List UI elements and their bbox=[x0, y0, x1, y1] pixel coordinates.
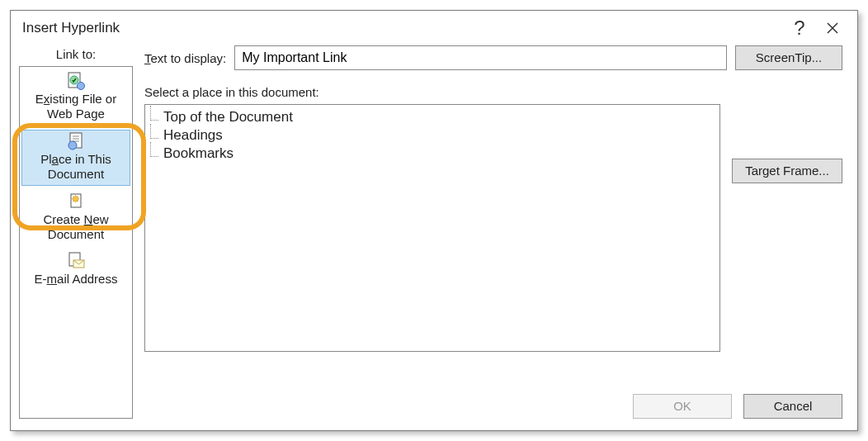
svg-point-7 bbox=[68, 141, 77, 149]
cancel-button[interactable]: Cancel bbox=[743, 394, 842, 419]
new-doc-icon bbox=[65, 192, 87, 211]
tree-item-top[interactable]: Top of the Document bbox=[150, 108, 715, 126]
screentip-button[interactable]: ScreenTip... bbox=[735, 45, 842, 70]
linkto-create-new-document[interactable]: Create New Document bbox=[20, 191, 132, 245]
email-icon bbox=[65, 252, 87, 270]
link-to-panel: Link to: Existing File or Web Page bbox=[19, 45, 133, 419]
close-icon bbox=[826, 21, 839, 35]
titlebar: Insert Hyperlink ? bbox=[11, 11, 857, 45]
tree-item-headings[interactable]: Headings bbox=[150, 126, 715, 145]
main-panel: Text to display: ScreenTip... Select a p… bbox=[144, 45, 842, 419]
tree-connector-icon bbox=[150, 106, 158, 121]
dialog-title: Insert Hyperlink bbox=[22, 20, 120, 36]
text-to-display-label: Text to display: bbox=[144, 51, 226, 65]
insert-hyperlink-dialog: Insert Hyperlink ? Link to: Existing Fil… bbox=[10, 10, 858, 431]
place-doc-icon bbox=[65, 132, 87, 150]
existing-file-icon bbox=[65, 72, 87, 90]
close-button[interactable] bbox=[816, 15, 849, 41]
link-to-label: Link to: bbox=[19, 47, 133, 61]
tree-item-bookmarks[interactable]: Bookmarks bbox=[150, 145, 715, 163]
help-button[interactable]: ? bbox=[783, 15, 816, 41]
ok-button[interactable]: OK bbox=[633, 394, 732, 419]
target-frame-button[interactable]: Target Frame... bbox=[732, 159, 842, 183]
linkto-place-in-document[interactable]: Place in This Document bbox=[21, 130, 130, 186]
linkto-existing-file[interactable]: Existing File or Web Page bbox=[20, 70, 132, 125]
place-tree[interactable]: Top of the Document Headings Bookmarks bbox=[144, 104, 720, 352]
linkto-email-address[interactable]: E-mail Address bbox=[20, 250, 132, 290]
svg-point-2 bbox=[78, 83, 85, 90]
tree-connector-icon bbox=[150, 124, 158, 139]
text-to-display-input[interactable] bbox=[234, 45, 727, 70]
tree-connector-icon bbox=[150, 142, 158, 157]
select-place-label: Select a place in this document: bbox=[144, 85, 842, 99]
link-to-list: Existing File or Web Page Place in This … bbox=[19, 66, 133, 419]
